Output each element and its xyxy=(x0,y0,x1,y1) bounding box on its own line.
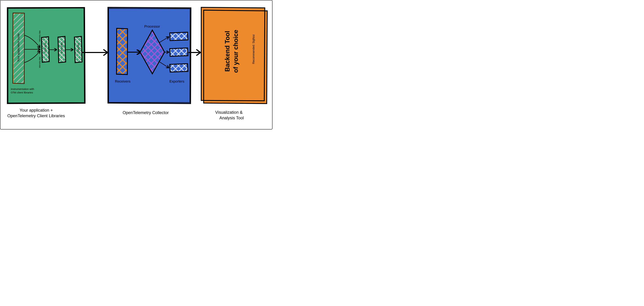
caption-panel2: OpenTelemetry Collector xyxy=(122,110,169,115)
label-otel-sdks: OTel SDKs xyxy=(60,40,63,55)
label-recommended: Recommended: SigNoz xyxy=(252,27,255,72)
box-receivers xyxy=(116,28,128,75)
label-otel-exporters: Exporters xyxy=(77,40,80,55)
label-telemetry-1: telemetry data xyxy=(39,24,41,42)
caption-panel3-l1: Visualization & xyxy=(215,110,242,115)
diagram-canvas: Your application code telemetry data tel… xyxy=(0,0,272,129)
caption-panel1-l1: Your application + xyxy=(20,108,53,113)
box-collector-exporter-2 xyxy=(170,48,188,56)
label-otel-apis: OTel APIs xyxy=(44,40,47,55)
label-app-code: Your application code xyxy=(17,23,20,72)
svg-rect-21 xyxy=(117,29,127,74)
label-backend-line1: Backend Tool xyxy=(224,20,231,83)
label-backend-line2: of your choice xyxy=(232,20,240,83)
label-exporters-collector: Exporters xyxy=(170,79,184,83)
label-receivers: Receivers xyxy=(115,79,130,83)
box-collector-exporter-1 xyxy=(170,32,188,41)
caption-panel1-l2: OpenTelemetry Client Libraries xyxy=(7,113,65,118)
panel-collector xyxy=(108,7,191,104)
box-collector-exporter-3 xyxy=(170,64,188,72)
caption-panel3-l2: Analysis Tool xyxy=(220,115,244,120)
label-processor: Processor xyxy=(144,25,160,29)
label-instrumentation-1: instrumentation with xyxy=(11,87,34,90)
label-telemetry-2: telemetry data xyxy=(39,50,41,68)
label-instrumentation-2: OTel client libraries xyxy=(11,91,33,94)
arrow-panel1-panel2 xyxy=(83,50,108,55)
